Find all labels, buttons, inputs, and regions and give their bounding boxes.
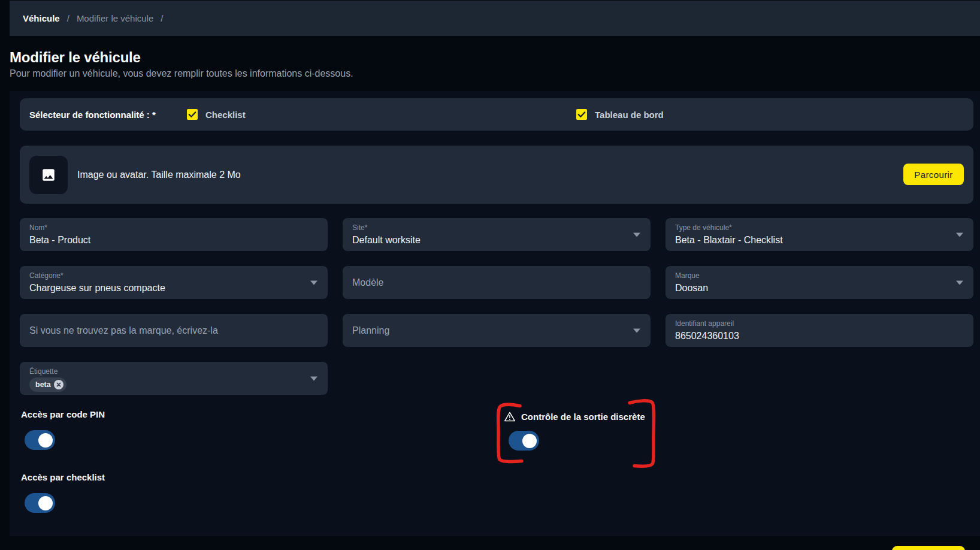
- pin-access-group: Accès par code PIN: [21, 410, 105, 450]
- warning-icon: [504, 411, 516, 422]
- tableau-checkbox[interactable]: [576, 109, 587, 120]
- field-categorie[interactable]: Catégorie* Chargeuse sur pneus compacte: [20, 266, 328, 299]
- checklist-checkbox[interactable]: [187, 109, 198, 120]
- field-marque[interactable]: Marque Doosan: [666, 266, 973, 299]
- type-select-value: Beta - Blaxtair - Checklist: [675, 234, 964, 246]
- feature-selector-label: Sélecteur de fonctionnalité : *: [29, 110, 156, 120]
- planning-select-value: Planning: [352, 325, 389, 336]
- field-marque-libre[interactable]: [20, 314, 328, 347]
- field-identifiant[interactable]: Identifiant appareil: [666, 314, 973, 347]
- discrete-switch-knob: [522, 434, 537, 448]
- nom-input[interactable]: [29, 234, 293, 246]
- marque-select-value: Doosan: [675, 282, 964, 294]
- field-etiquette[interactable]: Étiquette beta: [20, 362, 328, 395]
- field-categorie-label: Catégorie*: [29, 271, 318, 280]
- site-dropdown-icon[interactable]: [633, 232, 640, 237]
- pin-access-label: Accès par code PIN: [21, 410, 105, 419]
- page-title: Modifier le véhicule: [10, 49, 141, 66]
- marque-libre-input[interactable]: [29, 325, 293, 336]
- discrete-output-group: Contrôle de la sortie discrète: [504, 410, 645, 451]
- avatar-preview: [29, 156, 68, 194]
- field-identifiant-label: Identifiant appareil: [675, 319, 964, 328]
- field-nom-label: Nom*: [29, 223, 318, 232]
- site-select-value: Default worksite: [352, 234, 641, 246]
- type-dropdown-icon[interactable]: [956, 232, 963, 237]
- discrete-output-switch[interactable]: [509, 431, 539, 451]
- edit-vehicle-form: Sélecteur de fonctionnalité : * Checklis…: [10, 91, 980, 536]
- breadcrumb-separator: /: [67, 13, 69, 23]
- breadcrumb-item-vehicule[interactable]: Véhicule: [23, 13, 60, 23]
- checklist-checkbox-label: Checklist: [205, 110, 246, 120]
- modele-input[interactable]: [352, 277, 616, 288]
- field-nom[interactable]: Nom*: [20, 218, 328, 251]
- field-site[interactable]: Site* Default worksite: [343, 218, 651, 251]
- page-subtitle: Pour modifier un véhicule, vous devez re…: [10, 68, 353, 79]
- field-etiquette-label: Étiquette: [29, 367, 318, 376]
- checkbox-group-checklist: Checklist: [187, 109, 246, 120]
- categorie-select-value: Chargeuse sur pneus compacte: [29, 282, 318, 294]
- etiquette-chip[interactable]: beta: [29, 377, 66, 392]
- pin-access-switch[interactable]: [25, 430, 55, 450]
- image-icon: [41, 167, 56, 183]
- avatar-help-text: Image ou avatar. Taille maximale 2 Mo: [77, 170, 241, 180]
- marque-dropdown-icon[interactable]: [956, 280, 963, 285]
- field-type-vehicule[interactable]: Type de véhicule* Beta - Blaxtair - Chec…: [666, 218, 973, 251]
- browse-button[interactable]: Parcourir: [903, 164, 964, 185]
- etiquette-dropdown-icon[interactable]: [310, 376, 317, 380]
- planning-dropdown-icon[interactable]: [633, 328, 640, 333]
- field-site-label: Site*: [352, 223, 641, 232]
- chip-remove-icon[interactable]: [54, 380, 63, 389]
- pin-switch-knob: [38, 433, 53, 448]
- checklist-switch-knob: [38, 496, 53, 510]
- field-planning[interactable]: Planning: [343, 314, 651, 347]
- field-modele[interactable]: [343, 266, 651, 299]
- identifiant-input[interactable]: [675, 330, 939, 342]
- checklist-access-group: Accès par checklist: [21, 473, 105, 513]
- field-type-label: Type de véhicule*: [675, 223, 964, 232]
- fields-grid: Nom* Site* Default worksite Type de véhi…: [20, 218, 973, 395]
- breadcrumb-separator-2: /: [161, 13, 163, 23]
- etiquette-chip-label: beta: [35, 380, 51, 389]
- checklist-access-switch[interactable]: [25, 493, 55, 513]
- checklist-access-label: Accès par checklist: [21, 473, 105, 482]
- field-marque-label: Marque: [675, 271, 964, 280]
- categorie-dropdown-icon[interactable]: [310, 280, 317, 285]
- tableau-checkbox-label: Tableau de bord: [595, 110, 664, 120]
- discrete-output-label: Contrôle de la sortie discrète: [521, 412, 645, 422]
- feature-selector-panel: Sélecteur de fonctionnalité : * Checklis…: [20, 98, 973, 131]
- breadcrumb: Véhicule / Modifier le véhicule /: [10, 1, 980, 36]
- breadcrumb-item-modifier[interactable]: Modifier le véhicule: [77, 13, 153, 23]
- access-toggles-section: Accès par code PIN Accès par checklist C…: [10, 410, 980, 513]
- avatar-panel: Image ou avatar. Taille maximale 2 Mo Pa…: [20, 146, 973, 204]
- checkbox-group-tableau: Tableau de bord: [576, 109, 664, 120]
- save-button[interactable]: [892, 546, 965, 550]
